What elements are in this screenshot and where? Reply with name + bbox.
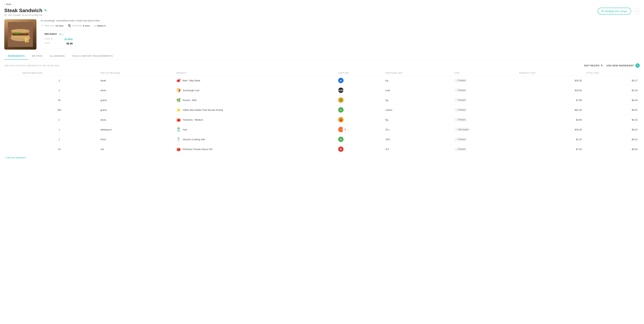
amount-cell: 2 xyxy=(20,85,98,95)
supplier-count: 3 xyxy=(342,127,348,132)
supplier-cell: m xyxy=(336,76,383,85)
edit-recipe-label: EDIT RECIPE xyxy=(584,64,600,67)
food-image-svg xyxy=(8,22,33,47)
amount-cell: 1 xyxy=(20,125,98,135)
unit-cell: steak xyxy=(98,76,174,85)
expand-icon[interactable]: › xyxy=(6,119,7,121)
total-cost-cell: $2.20 xyxy=(584,85,640,95)
back-button[interactable]: ‹ Back xyxy=(4,3,640,5)
expand-icon[interactable]: › xyxy=(6,138,7,141)
cost-card: PER GUEST ALL › COST % 25.56% COST $6.90 xyxy=(41,30,76,49)
product-cell: ⭐10Mm Beer Batter Fries Mccain 6X2Kg xyxy=(174,105,336,115)
expand-cell[interactable]: › xyxy=(4,76,20,85)
per-guest-tab[interactable]: PER GUEST xyxy=(44,33,57,36)
more-options-button[interactable]: ⋯ xyxy=(633,8,640,14)
product-name: Olssons Cooking Salt xyxy=(182,138,205,141)
type-badge: ✕ Product xyxy=(454,108,467,112)
supplier-stack: 🤸 3 xyxy=(338,127,381,132)
supplier-cell: 🌿 xyxy=(336,95,383,105)
type-x-icon: ✕ xyxy=(456,148,457,150)
prep-time-label: Prep. time xyxy=(44,24,54,27)
title-edit-icon[interactable]: ✎ xyxy=(44,8,47,12)
table-row[interactable]: ›2slices🍞Sourdough LoafSAGELoaf✕ Product… xyxy=(4,85,640,95)
supplier-logo: 🌿 xyxy=(338,97,344,103)
add-new-ingredient-link[interactable]: + Add new ingredient xyxy=(4,154,26,161)
table-row[interactable]: ›1steak🥩Beef - Bbq SteakmKg✕ Product$20.… xyxy=(4,76,640,85)
multiply-recipe-button[interactable]: ⊞ Multiply this recipe xyxy=(598,8,631,14)
expand-cell[interactable]: › xyxy=(4,85,20,95)
unit-cell: grams xyxy=(98,95,174,105)
purchase-unit-cell: 4LT xyxy=(383,144,452,154)
table-row[interactable]: ›2slices🍅Tomatoes - Medium🍅Kg✕ Product$3… xyxy=(4,115,640,125)
tab-ingredients[interactable]: INGREDIENTS xyxy=(4,52,28,60)
purchase-unit-cell: Kg xyxy=(383,115,452,125)
product-cost-cell: $1.20 xyxy=(517,135,584,144)
page-container: ‹ Back Steak Sandwich ✎ ID: 1001 Created… xyxy=(0,0,644,324)
th-supplier: SUPPLIER xyxy=(336,70,383,76)
product-cell: 🍅R/Kitchen Tomato Sauce G/F xyxy=(174,144,336,154)
expand-cell[interactable]: › xyxy=(4,125,20,135)
th-total-cost: TOTAL COST xyxy=(584,70,640,76)
supplier-cell: 🍅 xyxy=(336,115,383,125)
amount-cell: 20 xyxy=(20,144,98,154)
all-tab[interactable]: ALL › xyxy=(59,33,64,36)
table-row[interactable]: ›20mls🍅R/Kitchen Tomato Sauce G/FR4LT✕ P… xyxy=(4,144,640,154)
product-cell: 🫙Aioli xyxy=(174,125,336,135)
total-cost-cell: $0.44 xyxy=(584,95,640,105)
cost-tabs: PER GUEST ALL › xyxy=(44,33,73,36)
table-row[interactable]: ›50grams🌿Rocket - Wild🌿Kg✕ Product$7.89$… xyxy=(4,95,640,105)
supplier-logo: 🍅 xyxy=(338,117,344,122)
table-row[interactable]: ›1Pinch🧂Olssons Cooking SaltO1KG✕ Produc… xyxy=(4,135,640,144)
expand-icon[interactable]: › xyxy=(6,129,7,131)
unit-cell: grams xyxy=(98,105,174,115)
expand-icon[interactable]: › xyxy=(6,109,7,111)
supplier-logo: O xyxy=(338,137,344,142)
table-row[interactable]: ›200grams⭐10Mm Beer Batter Fries Mccain … xyxy=(4,105,640,115)
category-badge[interactable]: 🍽 Mains ▾ xyxy=(94,24,106,27)
th-unit: UNIT OF MEASURE xyxy=(98,70,174,76)
product-cell: 🥩Beef - Bbq Steak xyxy=(174,76,336,85)
ingredients-table: AMOUNT/MEASURE UNIT OF MEASURE PRODUCT S… xyxy=(4,70,640,154)
product-cell: 🧂Olssons Cooking Salt xyxy=(174,135,336,144)
recipe-image xyxy=(4,19,36,50)
back-arrow-icon: ‹ xyxy=(4,3,5,5)
expand-cell[interactable]: › xyxy=(4,95,20,105)
type-badge: ✕ Product xyxy=(454,118,467,122)
expand-icon[interactable]: › xyxy=(6,148,7,151)
table-row[interactable]: ›1tablespoon🫙Aioli 🤸 3 20 L✕ Sub-recipe$… xyxy=(4,125,640,135)
category-value: Mains xyxy=(98,24,104,27)
expand-cell[interactable]: › xyxy=(4,135,20,144)
th-purchase-unit: PURCHASE UNIT xyxy=(383,70,452,76)
th-expand xyxy=(4,70,20,76)
product-name: Tomatoes - Medium xyxy=(182,119,203,121)
recipe-title-text: Steak Sandwich xyxy=(4,8,42,13)
all-tab-label: ALL xyxy=(59,33,63,35)
product-icon: ⭐ xyxy=(176,108,181,112)
expand-icon[interactable]: › xyxy=(6,99,7,102)
chevron-down-icon: ▾ xyxy=(104,24,106,27)
recipe-title: Steak Sandwich ✎ xyxy=(4,8,47,13)
add-ingredient-button[interactable]: ADD NEW INGREDIENT + xyxy=(606,63,640,68)
type-cell: ✕ Product xyxy=(452,76,517,85)
expand-icon[interactable]: › xyxy=(6,79,7,82)
multiply-btn-label: Multiply this recipe xyxy=(605,10,627,13)
edit-recipe-button[interactable]: EDIT RECIPE ✎ xyxy=(584,64,603,67)
product-cost-cell: $7.89 xyxy=(517,95,584,105)
unit-cell: tablespoon xyxy=(98,125,174,135)
expand-cell[interactable]: › xyxy=(4,115,20,125)
purchase-unit-cell: 1KG xyxy=(383,135,452,144)
supplier-logo: A xyxy=(338,107,344,113)
ingredients-body: ›1steak🥩Beef - Bbq SteakmKg✕ Product$20.… xyxy=(4,76,640,154)
recipe-subtitle: ID: 1001 Created: 25 Apr 23 by Billy Joe xyxy=(4,14,47,16)
recipe-info: w/ sourdough, caramelised onion, rocket … xyxy=(4,19,640,50)
expand-cell[interactable]: › xyxy=(4,144,20,154)
type-x-icon: ✕ xyxy=(456,119,457,121)
prep-time-item: ⏱ Prep. time 15 mins xyxy=(41,24,64,27)
edit-recipe-icon: ✎ xyxy=(601,64,603,67)
type-x-icon: ✕ xyxy=(456,139,457,141)
tab-allergens[interactable]: ALLERGENS xyxy=(46,52,68,60)
expand-icon[interactable]: › xyxy=(6,89,7,92)
tab-tags[interactable]: TAGS & DIETARY REQUIREMENTS xyxy=(68,52,116,60)
expand-cell[interactable]: › xyxy=(4,105,20,115)
tab-method[interactable]: METHOD xyxy=(28,52,46,60)
